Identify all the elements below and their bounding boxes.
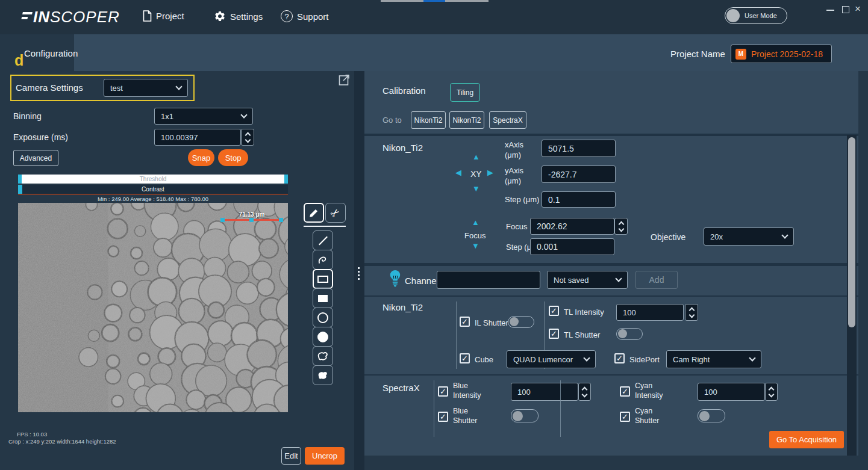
xaxis-input[interactable]: 5071.5 xyxy=(542,140,616,157)
focus-stepper[interactable] xyxy=(614,218,628,235)
xy-left-arrow[interactable]: ◀ xyxy=(455,169,461,177)
edit-button[interactable]: Edit xyxy=(281,447,301,465)
cyan-shutter-toggle[interactable] xyxy=(698,409,725,422)
goto-spectrax-button[interactable]: SpectraX xyxy=(489,111,526,129)
threshold-handle-max[interactable] xyxy=(284,175,288,184)
tool-rectangle-filled[interactable] xyxy=(313,288,333,308)
sideport-dropdown[interactable]: Cam Right xyxy=(666,350,761,368)
maximize-button[interactable] xyxy=(842,6,849,13)
tool-line[interactable] xyxy=(313,230,333,250)
cyan-intensity-stepper[interactable] xyxy=(765,383,778,401)
blue-intensity-stepper[interactable] xyxy=(578,383,591,401)
goto-label: Go to xyxy=(382,116,402,125)
measurement-annotation[interactable]: 71.13 μm xyxy=(222,211,282,221)
focus-input[interactable]: 2002.62 xyxy=(530,218,614,235)
focus-down-arrow[interactable]: ▼ xyxy=(472,242,479,250)
step-down-icon xyxy=(582,391,588,397)
polygon-filled-icon xyxy=(316,370,329,382)
live-image[interactable]: 71.13 μm xyxy=(18,203,288,412)
tool-polygon-outline[interactable] xyxy=(313,346,333,366)
objective-value: 20x xyxy=(710,232,723,241)
measure-handle[interactable] xyxy=(220,218,225,222)
xy-right-arrow[interactable]: ▶ xyxy=(487,169,493,177)
il-shutter-label: IL Shutter xyxy=(475,318,508,327)
blue-intensity-input[interactable]: 100 xyxy=(511,383,578,401)
tool-rectangle-outline[interactable] xyxy=(313,269,333,289)
binning-dropdown[interactable]: 1x1 xyxy=(154,108,253,125)
tool-ellipse-filled[interactable] xyxy=(313,327,333,347)
tool-freehand[interactable] xyxy=(313,250,333,270)
cube-dropdown[interactable]: QUAD Lumencor xyxy=(507,350,596,368)
scrollbar-thumb[interactable] xyxy=(848,137,855,327)
tab-configuration[interactable]: Configuration xyxy=(24,48,78,58)
advanced-button[interactable]: Advanced xyxy=(13,150,58,166)
pop-out-icon[interactable] xyxy=(339,73,351,86)
contrast-slider[interactable]: Contrast xyxy=(18,185,288,194)
cyan-intensity-input[interactable]: 100 xyxy=(698,383,765,401)
channel-saved-dropdown[interactable]: Not saved xyxy=(547,271,628,289)
go-to-acquisition-button[interactable]: Go To Acquisition xyxy=(769,431,844,448)
tl-shutter-checkbox[interactable]: ✓ xyxy=(549,329,559,339)
tiling-button[interactable]: Tiling xyxy=(450,83,480,102)
tool-cut[interactable]: ✂ xyxy=(325,203,346,223)
focus-up-arrow[interactable]: ▲ xyxy=(472,218,479,227)
minimize-button[interactable] xyxy=(826,10,834,11)
nav-settings[interactable]: Settings xyxy=(214,10,263,22)
chevron-down-icon xyxy=(615,275,622,282)
sideport-value: Cam Right xyxy=(673,355,710,364)
add-channel-button[interactable]: Add xyxy=(635,271,678,289)
spectrax-device-label: SpectraX xyxy=(382,383,420,393)
exposure-input[interactable]: 100.00397 xyxy=(154,129,241,146)
tl-intensity-input[interactable]: 100 xyxy=(616,304,684,321)
tool-pencil[interactable] xyxy=(304,203,324,223)
user-mode-toggle[interactable]: User Mode xyxy=(725,7,787,24)
uncrop-button[interactable]: Uncrop xyxy=(305,447,345,465)
stop-button[interactable]: Stop xyxy=(218,149,248,166)
channel-name-input[interactable] xyxy=(437,271,540,289)
close-button[interactable]: × xyxy=(855,3,861,15)
xy-step-input[interactable]: 0.1 xyxy=(542,191,616,208)
blue-shutter-checkbox[interactable]: ✓ xyxy=(438,412,448,422)
goto-nikonti2-button-2[interactable]: NikonTi2 xyxy=(449,111,484,129)
tl-intensity-stepper[interactable] xyxy=(685,304,698,321)
cyan-intensity-checkbox[interactable]: ✓ xyxy=(620,386,630,397)
step-down-icon xyxy=(769,391,775,397)
tool-polygon-filled[interactable] xyxy=(313,365,333,385)
camera-preset-dropdown[interactable]: test xyxy=(104,79,188,97)
focus-step-input[interactable]: 0.001 xyxy=(530,238,614,255)
measure-handle[interactable] xyxy=(279,218,283,222)
threshold-handle-min[interactable] xyxy=(18,175,22,184)
nav-project[interactable]: Project xyxy=(143,10,184,22)
stage-device-label: Nikon_Ti2 xyxy=(382,143,423,153)
tl-intensity-checkbox[interactable]: ✓ xyxy=(549,306,559,316)
cyan-shutter-checkbox[interactable]: ✓ xyxy=(620,412,630,422)
measure-handle[interactable] xyxy=(249,218,254,222)
scrollbar-track[interactable] xyxy=(847,135,857,456)
cube-checkbox[interactable]: ✓ xyxy=(460,353,470,363)
toggle-knob xyxy=(510,317,519,326)
tool-ellipse-outline[interactable] xyxy=(313,308,333,327)
nav-support[interactable]: ? Support xyxy=(281,10,329,22)
cyan-shutter-line1: Cyan xyxy=(635,407,652,415)
xy-down-arrow[interactable]: ▼ xyxy=(472,185,480,193)
threshold-slider[interactable]: Threshold xyxy=(18,175,288,184)
il-shutter-checkbox[interactable]: ✓ xyxy=(460,317,470,327)
panel-divider[interactable] xyxy=(354,71,364,470)
app-window: INSCOPER Project Settings ? Support User… xyxy=(0,0,868,470)
contrast-handle[interactable] xyxy=(18,185,22,194)
il-shutter-toggle[interactable] xyxy=(508,316,534,328)
exposure-stepper[interactable] xyxy=(241,129,254,146)
objective-dropdown[interactable]: 20x xyxy=(704,227,794,246)
blue-shutter-toggle[interactable] xyxy=(511,409,539,422)
gear-icon xyxy=(214,10,226,22)
ellipse-outline-icon xyxy=(317,312,328,323)
xy-up-arrow[interactable]: ▲ xyxy=(472,153,480,161)
goto-nikonti2-button[interactable]: NikonTi2 xyxy=(411,111,446,129)
yaxis-input[interactable]: -2627.7 xyxy=(542,165,616,183)
tl-shutter-toggle[interactable] xyxy=(616,328,643,340)
project-name-field[interactable]: M Project 2025-02-18 xyxy=(731,45,832,63)
snap-button[interactable]: Snap xyxy=(188,149,214,166)
step-down-icon xyxy=(688,312,695,318)
blue-intensity-checkbox[interactable]: ✓ xyxy=(438,386,448,397)
sideport-checkbox[interactable]: ✓ xyxy=(614,353,625,363)
